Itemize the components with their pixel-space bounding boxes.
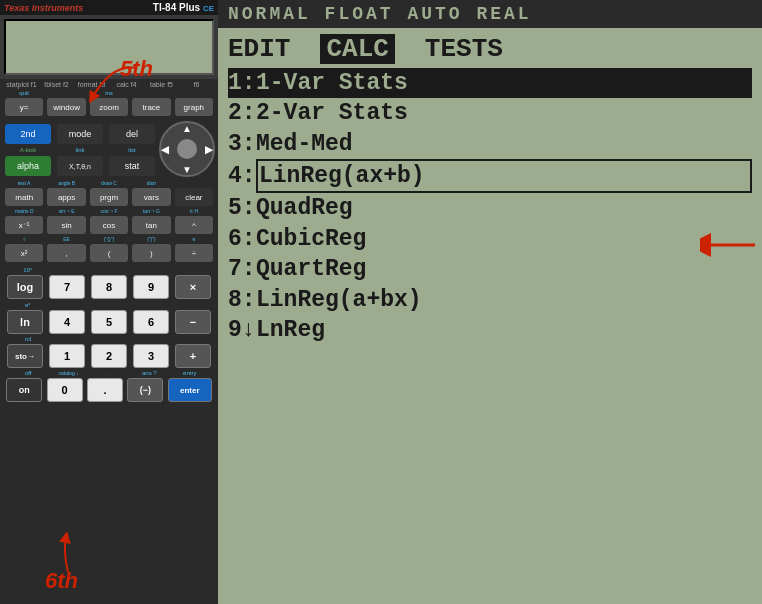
display-tabs: EDIT CALC TESTS [218, 28, 762, 66]
item-num-6: 6: [228, 224, 256, 254]
list-item-6[interactable]: 6: CubicReg [228, 224, 752, 254]
label-dot2: . [91, 370, 127, 376]
lparen-button[interactable]: ( [90, 244, 128, 262]
label-alock: A-lock [3, 147, 53, 153]
add-button[interactable]: + [175, 344, 211, 368]
sto-button[interactable]: sto→ [7, 344, 43, 368]
two-button[interactable]: 2 [91, 344, 127, 368]
item-num-3: 3: [228, 129, 256, 159]
row8-labels: eˣ [4, 301, 214, 308]
tab-edit[interactable]: EDIT [228, 34, 290, 64]
four-button[interactable]: 4 [49, 310, 85, 334]
graph-button[interactable]: graph [175, 98, 213, 116]
eight-button[interactable]: 8 [91, 275, 127, 299]
item-num-7: 7: [228, 254, 256, 284]
dpad-center[interactable] [177, 139, 197, 159]
three-button[interactable]: 3 [133, 344, 169, 368]
item-text-6: CubicReg [256, 224, 752, 254]
nine-button[interactable]: 9 [133, 275, 169, 299]
num-section: 10ˣ log 7 8 9 × eˣ ln 4 5 6 − [0, 264, 218, 406]
dot-button[interactable]: . [87, 378, 123, 402]
alpha-button[interactable]: alpha [5, 156, 51, 176]
ln-button[interactable]: ln [7, 310, 43, 334]
seven-button[interactable]: 7 [49, 275, 85, 299]
list-item-2[interactable]: 2: 2-Var Stats [228, 98, 752, 128]
list-item-3[interactable]: 3: Med-Med [228, 129, 752, 159]
xtthetan-button[interactable]: X,T,θ,n [57, 156, 103, 176]
on-button[interactable]: on [6, 378, 42, 402]
prgm-button[interactable]: prgm [90, 188, 128, 206]
label-1 [51, 336, 87, 342]
label-list: list [107, 147, 157, 153]
label-2 [91, 336, 127, 342]
xinv-button[interactable]: x⁻¹ [5, 216, 43, 234]
xsq-button[interactable]: x² [5, 244, 43, 262]
label-minus [172, 301, 208, 308]
tan-button[interactable]: tan [132, 216, 170, 234]
list-item-1[interactable]: 1: 1-Var Stats [228, 68, 752, 98]
six-button[interactable]: 6 [133, 310, 169, 334]
fkey-6: f6 [179, 81, 214, 88]
label-4 [51, 301, 87, 308]
window-button[interactable]: window [47, 98, 85, 116]
tab-calc[interactable]: CALC [320, 34, 394, 64]
dpad[interactable]: ▲ ▼ ◀ ▶ [159, 121, 215, 177]
multiply-button[interactable]: × [175, 275, 211, 299]
label-ex: eˣ [10, 301, 46, 308]
dpad-left-arrow: ◀ [161, 144, 169, 155]
row10-labels: off catalog ↓ . ans ? entry [4, 370, 214, 376]
vars-button[interactable]: vars [132, 188, 170, 206]
item-text-5: QuadReg [256, 193, 752, 223]
label-rcl: rcl [10, 336, 46, 342]
enter-button[interactable]: enter [168, 378, 212, 402]
label-3 [131, 336, 167, 342]
comma-button[interactable]: , [47, 244, 85, 262]
display-list: 1: 1-Var Stats 2: 2-Var Stats 3: Med-Med… [218, 66, 762, 604]
mode-button[interactable]: mode [57, 124, 103, 144]
divide-button[interactable]: ÷ [175, 244, 213, 262]
item-text-1: 1-Var Stats [256, 68, 752, 98]
calc-screen [4, 19, 214, 75]
row2-with-dpad: 2nd mode del A-lock link list alpha X,T,… [0, 118, 218, 180]
sin-button[interactable]: sin [47, 216, 85, 234]
zero-button[interactable]: 0 [47, 378, 83, 402]
cos-button[interactable]: cos [90, 216, 128, 234]
list-item-5[interactable]: 5: QuadReg [228, 193, 752, 223]
del-button[interactable]: del [109, 124, 155, 144]
tab-tests[interactable]: TESTS [425, 34, 503, 64]
calc-top-bar: Texas Instruments TI-84 Plus CE [0, 0, 218, 15]
item-num-8: 8: [228, 285, 256, 315]
power-button[interactable]: ^ [175, 216, 213, 234]
item-num-2: 2: [228, 98, 256, 128]
arrow-6th-svg [48, 532, 88, 582]
label-off: off [10, 370, 46, 376]
second-button[interactable]: 2nd [5, 124, 51, 144]
list-item-9[interactable]: 9↓ LnReg [228, 315, 752, 345]
one-button[interactable]: 1 [49, 344, 85, 368]
negate-button[interactable]: (−) [127, 378, 163, 402]
trace-button[interactable]: trace [132, 98, 170, 116]
calculator: Texas Instruments TI-84 Plus CE statplot… [0, 0, 218, 604]
five-button[interactable]: 5 [91, 310, 127, 334]
math-button[interactable]: math [5, 188, 43, 206]
rparen-button[interactable]: ) [132, 244, 170, 262]
stat-button[interactable]: stat [109, 156, 155, 176]
fkey-2: tblset f2 [39, 81, 74, 88]
y-equals-button[interactable]: y= [5, 98, 43, 116]
screen-area [0, 15, 218, 79]
log-button[interactable]: log [7, 275, 43, 299]
display-header: NORMAL FLOAT AUTO REAL [218, 0, 762, 28]
label-7 [51, 266, 87, 273]
list-item-7[interactable]: 7: QuartReg [228, 254, 752, 284]
zoom-button[interactable]: zoom [90, 98, 128, 116]
row1-btns: y= window zoom trace graph [0, 96, 218, 118]
list-item-8[interactable]: 8: LinReg(a+bx) [228, 285, 752, 315]
fkey-1: statplot f1 [4, 81, 39, 88]
list-item-4[interactable]: 4: LinReg(ax+b) [228, 159, 752, 193]
apps-button[interactable]: apps [47, 188, 85, 206]
row5-btns: x⁻¹ sin cos tan ^ [0, 214, 218, 236]
subtract-button[interactable]: − [175, 310, 211, 334]
dpad-down-arrow: ▼ [182, 164, 192, 175]
clear-button[interactable]: clear [175, 188, 213, 206]
calc-model: TI-84 Plus CE [153, 2, 214, 13]
